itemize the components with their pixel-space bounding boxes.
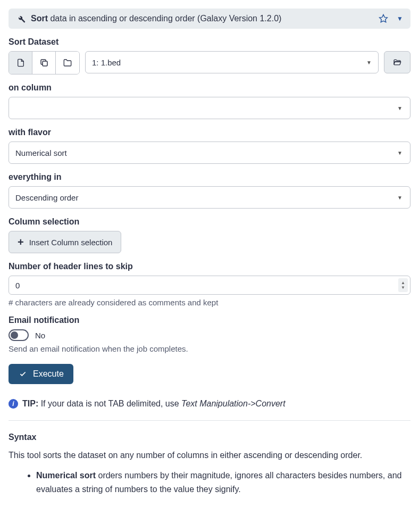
dataset-select[interactable]: 1: 1.bed ▼ — [85, 51, 379, 73]
syntax-section: Syntax This tool sorts the dataset on an… — [9, 433, 410, 496]
wrench-icon — [16, 14, 26, 23]
execute-button[interactable]: Execute — [9, 364, 73, 384]
tool-header: Sort data in ascending or descending ord… — [9, 9, 410, 29]
field-email-notification: Email notification No Send an email noti… — [9, 315, 410, 353]
with-flavor-select[interactable]: Numerical sort ▼ — [9, 142, 410, 164]
header-lines-help: # characters are already considered as c… — [9, 298, 410, 307]
on-column-label: on column — [9, 83, 410, 93]
chevron-down-icon: ▼ — [366, 60, 372, 65]
header-lines-label: Number of header lines to skip — [9, 262, 410, 271]
divider — [9, 420, 410, 421]
info-icon: i — [9, 399, 18, 409]
plus-icon: + — [18, 237, 24, 247]
email-state: No — [35, 331, 45, 340]
syntax-heading: Syntax — [9, 433, 410, 442]
field-column-selection: Column selection + Insert Column selecti… — [9, 217, 410, 253]
single-file-button[interactable] — [9, 52, 32, 74]
sort-dataset-label: Sort Dataset — [9, 37, 410, 47]
collection-button[interactable] — [56, 52, 79, 74]
syntax-body: This tool sorts the dataset on any numbe… — [9, 451, 410, 460]
star-icon[interactable] — [379, 14, 388, 23]
field-with-flavor: with flavor Numerical sort ▼ — [9, 128, 410, 164]
field-sort-dataset: Sort Dataset 1: 1.bed ▼ — [9, 37, 410, 74]
email-label: Email notification — [9, 315, 410, 325]
everything-in-label: everything in — [9, 172, 410, 182]
input-mode-group — [9, 51, 80, 74]
chevron-down-icon: ▼ — [397, 150, 403, 156]
browse-button[interactable] — [384, 51, 410, 73]
svg-rect-1 — [43, 61, 47, 66]
number-spinner[interactable]: ▲▼ — [398, 278, 408, 292]
header-lines-input[interactable]: 0 ▲▼ — [9, 276, 410, 295]
field-header-lines: Number of header lines to skip 0 ▲▼ # ch… — [9, 262, 410, 307]
everything-in-select[interactable]: Descending order ▼ — [9, 186, 410, 209]
field-on-column: on column ▼ — [9, 83, 410, 119]
tool-title: Sort data in ascending or descending ord… — [31, 14, 373, 23]
email-help: Send an email notification when the job … — [9, 344, 410, 353]
tip-row: i TIP: If your data is not TAB delimited… — [9, 399, 410, 409]
insert-column-button[interactable]: + Insert Column selection — [9, 231, 121, 253]
with-flavor-label: with flavor — [9, 128, 410, 137]
chevron-down-icon: ▼ — [397, 105, 403, 111]
svg-marker-0 — [380, 15, 388, 22]
multi-file-button[interactable] — [32, 52, 56, 74]
on-column-select[interactable]: ▼ — [9, 97, 410, 119]
email-toggle[interactable] — [9, 329, 29, 341]
chevron-down-icon: ▼ — [397, 195, 403, 201]
column-selection-label: Column selection — [9, 217, 410, 227]
syntax-item: Numerical sort orders numbers by their m… — [36, 469, 410, 496]
dropdown-icon[interactable]: ▼ — [397, 15, 403, 22]
field-everything-in: everything in Descending order ▼ — [9, 172, 410, 209]
